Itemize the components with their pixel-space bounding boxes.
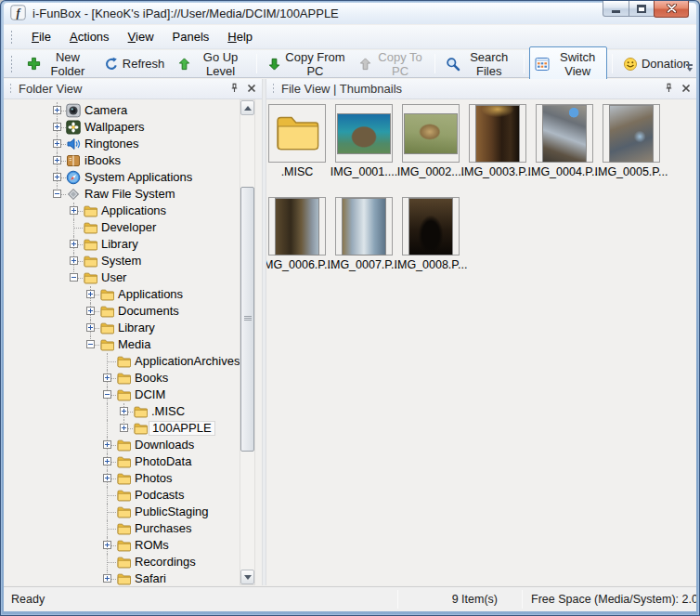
tree-item-label[interactable]: Downloads xyxy=(132,438,197,452)
tree-item[interactable]: Developer xyxy=(4,219,245,236)
tree-item[interactable]: Downloads xyxy=(4,437,245,453)
file-thumbnail[interactable]: IMG_0004.P... xyxy=(536,104,593,163)
tree-expander[interactable] xyxy=(103,440,111,449)
tree-expander[interactable] xyxy=(103,457,111,465)
tree-item[interactable]: Documents xyxy=(4,303,245,320)
file-thumbnail[interactable]: IMG_0002.... xyxy=(402,104,460,163)
tree-item[interactable]: Podcasts xyxy=(4,487,245,504)
tree-expander[interactable] xyxy=(86,307,95,315)
tree-expander[interactable] xyxy=(70,273,78,282)
file-thumbnail[interactable]: .MISC xyxy=(268,104,326,163)
tree-item[interactable]: Applications xyxy=(4,286,245,303)
tree-item-label[interactable]: Camera xyxy=(82,103,130,118)
tree-item[interactable]: System Applications xyxy=(4,169,245,186)
tree-expander[interactable] xyxy=(53,139,61,148)
file-thumbnail[interactable]: IMG_0008.P... xyxy=(402,197,460,256)
tree-expander[interactable] xyxy=(70,256,78,265)
file-thumbnail[interactable]: IMG_0006.P... xyxy=(268,197,326,256)
toolbar-grip[interactable] xyxy=(10,55,13,72)
tree-expander[interactable] xyxy=(103,574,111,583)
tree-item-label[interactable]: PhotoData xyxy=(132,454,194,469)
tree-expander[interactable] xyxy=(86,323,95,332)
tree-expander[interactable] xyxy=(53,106,61,114)
tree-item-label[interactable]: Photos xyxy=(132,471,175,486)
tree-item-label[interactable]: Media xyxy=(115,337,153,352)
panel-header-grip[interactable] xyxy=(9,83,12,95)
pin-icon[interactable] xyxy=(229,82,240,96)
search-files-button[interactable]: Search Files xyxy=(440,46,519,82)
file-thumbnail[interactable]: IMG_0005.P... xyxy=(603,104,660,163)
tree-expander[interactable] xyxy=(70,240,78,248)
tree-item-label[interactable]: 100APPLE xyxy=(149,421,215,436)
tree-item[interactable]: Ringtones xyxy=(4,136,245,152)
tree-expander[interactable] xyxy=(103,474,111,482)
tree-item[interactable]: System xyxy=(4,253,245,269)
refresh-button[interactable]: Refresh xyxy=(98,53,171,75)
tree-item-label[interactable]: Developer xyxy=(98,220,159,235)
tree-item[interactable]: Camera xyxy=(4,102,245,119)
menubar-grip[interactable] xyxy=(10,30,13,44)
tree-item-label[interactable]: Recordings xyxy=(132,555,199,570)
tree-item-label[interactable]: DCIM xyxy=(132,387,168,402)
tree-expander[interactable] xyxy=(53,123,61,131)
file-thumbnail[interactable]: IMG_0003.P... xyxy=(469,104,526,163)
tree-item-label[interactable]: System Applications xyxy=(82,170,195,185)
tree-item[interactable]: Media xyxy=(4,336,245,353)
tree-expander[interactable] xyxy=(53,156,61,164)
tree-item[interactable]: Recordings xyxy=(4,554,245,570)
tree-expander[interactable] xyxy=(86,340,95,348)
tree-expander[interactable] xyxy=(70,206,78,215)
tree-item[interactable]: PhotoData xyxy=(4,453,245,470)
tree-item-label[interactable]: Ringtones xyxy=(82,137,142,151)
close-button[interactable] xyxy=(654,1,689,18)
restore-button[interactable] xyxy=(629,1,655,17)
tree-item-label[interactable]: ApplicationArchives xyxy=(132,354,242,369)
tree-item[interactable]: iBooks xyxy=(4,152,245,169)
go-up-level-button[interactable]: Go Up Level xyxy=(172,46,251,82)
tree-item[interactable]: Books xyxy=(4,370,245,387)
tree-item[interactable]: Safari xyxy=(4,570,245,585)
tree-item[interactable]: User xyxy=(4,269,245,286)
tree-expander[interactable] xyxy=(103,390,111,399)
new-folder-button[interactable]: New Folder xyxy=(21,46,97,82)
file-thumbnail[interactable]: IMG_0001.... xyxy=(335,104,393,163)
close-panel-icon[interactable] xyxy=(681,82,691,96)
scroll-down-button[interactable] xyxy=(240,570,254,584)
menu-view[interactable]: View xyxy=(119,26,163,47)
switch-view-button[interactable]: Switch View xyxy=(529,46,607,82)
tree-item[interactable]: Applications xyxy=(4,203,245,219)
tree-item-label[interactable]: System xyxy=(98,254,144,269)
tree-expander[interactable] xyxy=(103,374,111,382)
menu-file[interactable]: File xyxy=(22,26,60,47)
toolbar-overflow-button[interactable] xyxy=(683,52,695,76)
tree-item[interactable]: Raw File System xyxy=(4,186,245,203)
copy-to-pc-button[interactable]: Copy To PC xyxy=(353,46,430,82)
tree-item-label[interactable]: iBooks xyxy=(82,153,123,168)
tree-item[interactable]: Library xyxy=(4,236,245,253)
tree-scrollbar[interactable] xyxy=(240,99,255,585)
tree-expander[interactable] xyxy=(86,290,95,298)
tree-item[interactable]: PublicStaging xyxy=(4,504,245,520)
tree-item[interactable]: ApplicationArchives xyxy=(4,353,245,370)
scroll-up-button[interactable] xyxy=(240,100,254,115)
tree-item-label[interactable]: Documents xyxy=(115,304,182,319)
copy-from-pc-button[interactable]: Copy From PC xyxy=(262,46,351,82)
titlebar[interactable]: f i-FunBox - [KneoK's iPad]://User/Media… xyxy=(4,3,696,24)
tree-expander[interactable] xyxy=(53,190,61,198)
tree-item[interactable]: Purchases xyxy=(4,520,245,537)
menu-actions[interactable]: Actions xyxy=(60,26,119,47)
tree-item-label[interactable]: Raw File System xyxy=(82,187,178,202)
tree-item-label[interactable]: Applications xyxy=(98,203,169,218)
scrollbar-thumb[interactable] xyxy=(240,187,254,452)
tree-item-label[interactable]: Podcasts xyxy=(132,488,187,503)
tree-item-label[interactable]: User xyxy=(98,270,129,285)
tree-item[interactable]: Wallpapers xyxy=(4,119,245,136)
tree-item[interactable]: 100APPLE xyxy=(4,420,245,437)
tree-item-label[interactable]: Purchases xyxy=(132,521,194,536)
pin-icon[interactable] xyxy=(664,82,674,96)
tree-item-label[interactable]: Library xyxy=(98,237,141,252)
tree-item[interactable]: ROMs xyxy=(4,537,245,554)
tree-item-label[interactable]: PublicStaging xyxy=(132,505,212,519)
tree-item-label[interactable]: Safari xyxy=(132,571,169,585)
tree-expander[interactable] xyxy=(120,407,128,415)
